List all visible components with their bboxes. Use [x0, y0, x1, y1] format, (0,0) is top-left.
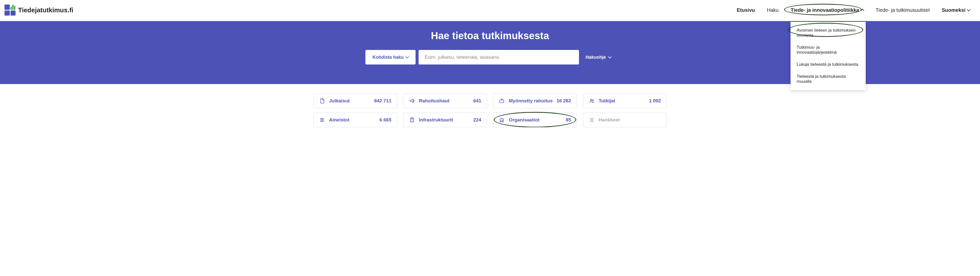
policy-menu-open-science[interactable]: Avoimen tieteen ja tutkimuksen seuranta — [791, 24, 866, 41]
nav-policy-label: Tiede- ja innovaatiopolitiikka — [791, 7, 859, 13]
list-icon — [589, 117, 595, 123]
svg-point-1 — [590, 99, 592, 101]
policy-menu-figures[interactable]: Lukuja tieteestä ja tutkimuksesta — [791, 59, 866, 70]
nav-news[interactable]: Tiede- ja tutkimusuutiset — [876, 7, 930, 13]
tile-count: 842 711 — [374, 98, 391, 104]
list-icon — [319, 117, 325, 123]
primary-nav: Etusivu Haku Tiede- ja innovaatiopolitii… — [737, 7, 970, 13]
brand-name: Tiedejatutkimus.fi — [18, 6, 73, 14]
tile-label: Aineistot — [329, 117, 349, 123]
tile-infrastructures[interactable]: Infrastruktuurit 224 — [403, 113, 487, 127]
tile-label: Julkaisut — [329, 98, 350, 104]
stats-section: Julkaisut 842 711 Rahoitushaut 641 Myönn… — [311, 94, 669, 127]
policy-dropdown: Avoimen tieteen ja tutkimuksen seuranta … — [791, 22, 866, 90]
tile-count: 6 665 — [379, 117, 391, 123]
svg-point-8 — [412, 121, 413, 121]
tile-count: 16 282 — [557, 98, 571, 104]
document-icon — [319, 98, 325, 104]
focus-search-label: Kohdista haku — [372, 55, 404, 60]
tile-label: Tutkijat — [599, 98, 615, 104]
chevron-down-icon — [608, 55, 611, 59]
nav-language-label: Suomeksi — [942, 7, 966, 13]
tile-label: Hankkeet — [599, 117, 620, 123]
svg-point-6 — [412, 120, 413, 120]
search-row: Kohdista haku Hakuohje — [366, 50, 614, 64]
tile-count: 85 — [566, 117, 571, 123]
nav-policy[interactable]: Tiede- ja innovaatiopolitiikka — [791, 7, 864, 13]
svg-point-7 — [411, 121, 412, 121]
top-nav: Tiedejatutkimus.fi Etusivu Haku Tiede- j… — [0, 0, 980, 21]
svg-point-5 — [411, 120, 412, 120]
focus-search-button[interactable]: Kohdista haku — [366, 50, 415, 64]
tile-organisations[interactable]: Organisaatiot 85 — [493, 113, 577, 127]
search-guide-button[interactable]: Hakuohje — [582, 50, 614, 64]
svg-rect-4 — [411, 119, 413, 120]
svg-point-2 — [592, 100, 593, 101]
tile-projects[interactable]: Hankkeet — [583, 113, 667, 127]
tile-label: Infrastruktuurit — [419, 117, 453, 123]
policy-menu-elsewhere[interactable]: Tieteestä ja tutkimuksesta muualla — [791, 70, 866, 88]
brand[interactable]: Tiedejatutkimus.fi — [5, 5, 73, 16]
brand-logo-icon — [5, 5, 16, 16]
chevron-down-icon — [406, 55, 409, 59]
nav-home[interactable]: Etusivu — [737, 7, 755, 13]
tile-publications[interactable]: Julkaisut 842 711 — [313, 94, 397, 108]
tile-count: 641 — [473, 98, 481, 104]
tile-label: Myönnetty rahoitus — [509, 98, 553, 104]
tile-count: 224 — [473, 117, 481, 123]
stats-grid: Julkaisut 842 711 Rahoitushaut 641 Myönn… — [313, 94, 667, 127]
tile-label: Rahoitushaut — [419, 98, 449, 104]
tile-researchers[interactable]: Tutkijat 1 092 — [583, 94, 667, 108]
svg-rect-3 — [410, 118, 414, 122]
chevron-up-icon — [861, 9, 864, 12]
tile-funding-calls[interactable]: Rahoitushaut 641 — [403, 94, 487, 108]
nav-search[interactable]: Haku — [767, 7, 779, 13]
nav-language[interactable]: Suomeksi — [942, 7, 970, 13]
search-guide-label: Hakuohje — [585, 55, 606, 60]
people-icon — [589, 98, 595, 104]
calculator-icon — [409, 117, 415, 123]
chevron-down-icon — [967, 8, 970, 11]
briefcase-icon — [499, 98, 505, 104]
tile-granted-funding[interactable]: Myönnetty rahoitus 16 282 — [493, 94, 577, 108]
tile-label: Organisaatiot — [509, 117, 539, 123]
policy-menu-innovation-system[interactable]: Tutkimus- ja innovaatiojärjestelmä — [791, 41, 866, 59]
tile-count: 1 092 — [649, 98, 661, 104]
megaphone-icon — [409, 98, 415, 104]
institution-icon — [499, 117, 505, 123]
tile-datasets[interactable]: Aineistot 6 665 — [313, 113, 397, 127]
search-input[interactable] — [418, 50, 579, 64]
nav-policy-wrap: Tiede- ja innovaatiopolitiikka Avoimen t… — [791, 7, 864, 13]
svg-rect-0 — [500, 100, 504, 103]
